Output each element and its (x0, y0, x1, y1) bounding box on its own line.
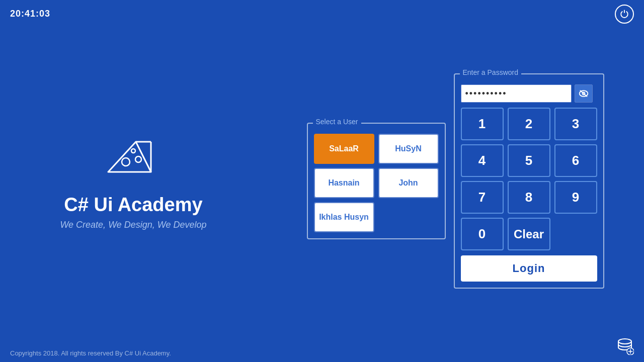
eye-icon (579, 89, 589, 98)
user-button-salaar[interactable]: SaLaaR (314, 134, 374, 164)
password-input[interactable] (461, 84, 572, 103)
toggle-visibility-button[interactable] (575, 84, 593, 103)
numpad-5[interactable]: 5 (508, 144, 550, 177)
numpad-1[interactable]: 1 (461, 108, 504, 140)
numpad-2[interactable]: 2 (508, 108, 550, 140)
svg-point-9 (618, 339, 631, 344)
clear-button[interactable]: Clear (508, 218, 550, 250)
password-panel: Enter a Password 1 2 3 4 5 6 7 8 9 0 Cle… (454, 73, 604, 289)
user-button-hasnain[interactable]: Hasnain (314, 168, 374, 198)
user-panel-label: Select a User (313, 118, 361, 126)
svg-marker-0 (108, 142, 151, 172)
main-content: Select a User SaLaaR HuSyN Hasnain John … (267, 0, 644, 362)
svg-point-5 (131, 149, 135, 153)
left-section: C# Ui Academy We Create, We Design, We D… (0, 0, 267, 362)
app-title: C# Ui Academy (64, 194, 202, 216)
user-button-ikhlas[interactable]: Ikhlas Husyn (314, 202, 374, 232)
numpad-4[interactable]: 4 (461, 144, 504, 177)
app-subtitle: We Create, We Design, We Develop (60, 220, 206, 230)
login-button[interactable]: Login (461, 255, 597, 282)
numpad-6[interactable]: 6 (554, 144, 597, 177)
cheese-icon (106, 132, 161, 184)
numpad: 1 2 3 4 5 6 7 8 9 0 Clear (461, 108, 597, 250)
svg-point-4 (135, 156, 141, 162)
user-grid: SaLaaR HuSyN Hasnain John Ikhlas Husyn (314, 134, 439, 232)
user-button-john[interactable]: John (378, 168, 439, 198)
footer: Copyrights 2018. All rights reserved By … (10, 349, 171, 357)
numpad-0[interactable]: 0 (461, 218, 504, 250)
numpad-7[interactable]: 7 (461, 181, 504, 214)
password-panel-label: Enter a Password (460, 68, 522, 76)
user-button-husyn[interactable]: HuSyN (378, 134, 439, 164)
numpad-3[interactable]: 3 (554, 108, 597, 140)
svg-point-3 (122, 158, 130, 166)
db-icon-area (616, 337, 634, 357)
numpad-9[interactable]: 9 (554, 181, 597, 214)
user-panel: Select a User SaLaaR HuSyN Hasnain John … (307, 123, 446, 239)
password-input-row (461, 84, 597, 103)
database-icon (616, 337, 634, 355)
numpad-8[interactable]: 8 (508, 181, 550, 214)
copyright-text: Copyrights 2018. All rights reserved By … (10, 349, 171, 357)
